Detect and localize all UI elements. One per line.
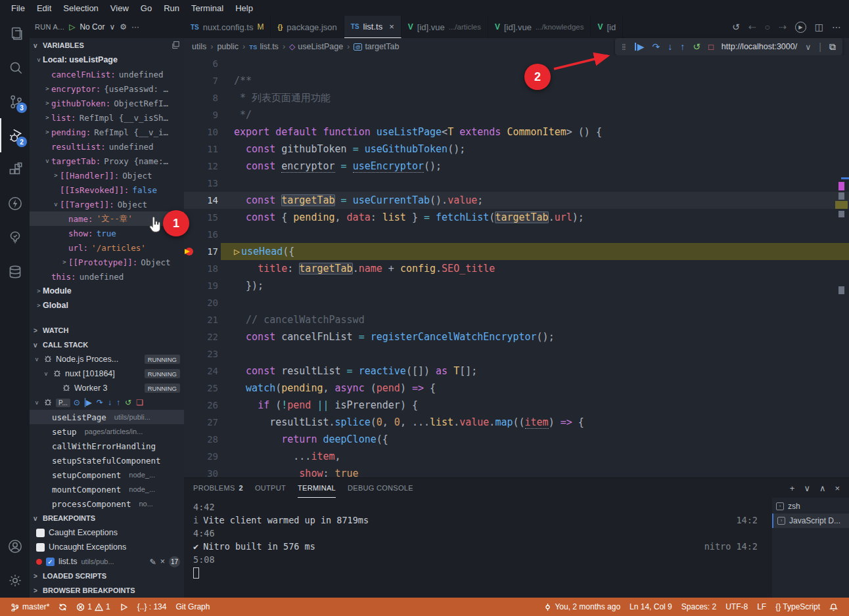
collapse-all-icon[interactable] [172,41,180,51]
variable-row[interactable]: this:undefined [30,269,184,284]
activity-accounts[interactable] [0,529,30,563]
code-line-6[interactable]: 6 [184,55,849,72]
activity-settings[interactable] [0,563,30,598]
gutter[interactable] [184,345,195,363]
status-item-right-4[interactable]: LF [752,602,771,611]
code-line-7[interactable]: 7/** [184,72,849,89]
activity-thunder[interactable] [0,187,30,221]
status-item-right-5[interactable]: {} TypeScript [771,602,825,611]
close-panel-icon[interactable]: × [835,483,840,493]
breadcrumb-item[interactable]: list.ts [260,42,278,51]
step-into-button[interactable]: ↓ [668,41,672,52]
terminal-output[interactable]: 4:42iVite client warmed up in 8719ms14:2… [184,498,772,598]
pause-icon[interactable]: ⊙ [74,398,80,407]
start-debug-icon[interactable]: ▷ [69,22,75,32]
expand-icon[interactable]: v [35,56,43,63]
code-line-24[interactable]: 24 const resultList = reactive([]) as T[… [184,363,849,380]
stop-button[interactable]: □ [708,42,714,52]
history-icon[interactable]: ↺ [732,22,740,32]
breakpoint-checkbox[interactable]: ✓ [46,558,55,566]
gutter[interactable] [184,55,195,72]
variable-row[interactable]: >list:RefImpl {__v_isSh… [30,110,184,125]
gutter[interactable] [184,397,195,414]
code-line-30[interactable]: 30 _show: true [184,465,849,477]
callstack-frame[interactable]: useListPageutils/publi... [30,410,184,424]
menu-item-help[interactable]: Help [229,3,259,13]
code-line-28[interactable]: 28 return deepClone({ [184,431,849,448]
expand-icon[interactable]: > [43,114,51,121]
status-item-left-5[interactable]: Git Graph [171,602,214,611]
status-item-right-3[interactable]: UTF-8 [721,602,752,611]
nav-back-icon[interactable]: ⇠ [748,22,756,32]
expand-icon[interactable]: > [43,85,51,92]
code-line-13[interactable]: 13 [184,175,849,192]
status-item-right-0[interactable]: You, 2 months ago [539,602,625,611]
callstack-frame[interactable]: mountComponentnode_... [30,482,184,496]
callstack-frame[interactable]: setupComponentnode_... [30,468,184,482]
gutter[interactable] [184,141,195,158]
gutter[interactable] [184,311,195,328]
nav-forward-icon[interactable]: ⇢ [779,22,787,32]
browser-breakpoints-header[interactable]: >BROWSER BREAKPOINTS [30,583,184,598]
callstack-session[interactable]: vNode.js Proces...RUNNING [30,352,184,366]
code-line-15[interactable]: 15 const { pending, data: list } = fetch… [184,209,849,226]
variable-row[interactable]: v[[Target]]:Object [30,197,184,211]
expand-icon[interactable]: v [52,201,60,208]
variable-row[interactable]: resultList:undefined [30,139,184,154]
status-item-left-0[interactable]: master* [7,602,54,611]
step-out-icon[interactable]: ↑ [116,398,120,407]
loaded-scripts-header[interactable]: >LOADED SCRIPTS [30,569,184,583]
code-line-10[interactable]: 10export default function useListPage<T … [184,123,849,141]
expand-icon[interactable]: v [43,158,51,164]
menu-item-terminal[interactable]: Terminal [185,3,229,13]
terminal-shell-item[interactable]: ›zsh [772,499,849,514]
variable-row[interactable]: >[[Prototype]]:Object [30,255,184,269]
activity-extensions[interactable] [0,152,30,187]
close-tab-icon[interactable]: × [389,22,394,32]
watch-section-header[interactable]: >WATCH [30,323,184,338]
gutter[interactable] [184,243,195,260]
status-item-left-4[interactable]: {..} : 134 [133,602,172,611]
expand-icon[interactable]: v [43,370,49,377]
activity-testing[interactable] [0,221,30,255]
menu-item-selection[interactable]: Selection [57,3,104,13]
variable-row[interactable]: cancelFnList:undefined [30,67,184,81]
step-over-icon[interactable]: ↷ [97,398,103,407]
variable-row[interactable]: >pending:RefImpl {__v_i… [30,125,184,139]
variable-row[interactable]: >[[Handler]]:Object [30,168,184,183]
code-line-8[interactable]: 8 * 列表页面通用功能 [184,89,849,106]
callstack-frame[interactable]: setupStatefulComponent [30,453,184,468]
gutter[interactable] [184,72,195,89]
gutter[interactable] [184,414,195,431]
expand-icon[interactable]: > [52,172,60,179]
menu-item-go[interactable]: Go [135,3,158,13]
activity-source-control[interactable]: 3 [0,84,30,118]
status-item-left-1[interactable] [54,603,72,611]
breadcrumb-item[interactable]: utils [192,42,206,51]
breakpoint-row[interactable]: ✓list.tsutils/pub...✎×17 [30,554,184,569]
tab-listts[interactable]: TSlist.ts× [344,16,402,38]
breadcrumb-item[interactable]: targetTab [365,42,399,51]
callstack-section-header[interactable]: vCALL STACK [30,338,184,352]
restart-button[interactable]: ↺ [693,41,700,52]
menu-item-edit[interactable]: Edit [31,3,57,13]
gutter[interactable] [184,158,195,175]
menu-item-view[interactable]: View [104,3,135,13]
variable-row[interactable]: [[IsRevoked]]:false [30,183,184,197]
expand-icon[interactable]: > [35,288,43,294]
remove-breakpoint-icon[interactable]: × [160,557,165,566]
code-line-26[interactable]: 26 if (!pend || isPrerender) { [184,397,849,414]
code-line-22[interactable]: 22 const cancelFnList = registerCancelWa… [184,328,849,345]
panel-tab-output[interactable]: OUTPUT [255,478,286,498]
status-item-left-3[interactable] [115,603,133,611]
code-line-19[interactable]: 19 }); [184,277,849,294]
breakpoint-checkbox[interactable] [36,543,45,552]
breakpoint-row[interactable]: Uncaught Exceptions [30,540,184,554]
expand-icon[interactable]: > [43,100,51,106]
breakpoints-section-header[interactable]: vBREAKPOINTS [30,511,184,525]
code-line-9[interactable]: 9 */ [184,106,849,123]
breakpoint-checkbox[interactable] [36,529,45,537]
status-item-right-2[interactable]: Spaces: 2 [677,602,721,611]
code-line-20[interactable]: 20 [184,294,849,311]
callstack-session[interactable]: vP...⊙▶↷↓↑↺❏ [30,395,184,410]
